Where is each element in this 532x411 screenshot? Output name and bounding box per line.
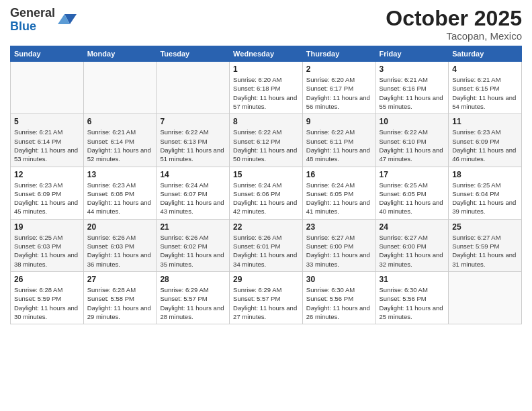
sunset-info: Sunset: 6:05 PM: [306, 190, 353, 197]
day-number: 11: [452, 117, 518, 126]
day-info: Sunrise: 6:25 AMSunset: 6:04 PMDaylight:…: [452, 181, 518, 216]
sunset-info: Sunset: 6:18 PM: [233, 85, 280, 92]
sunrise-info: Sunrise: 6:23 AM: [87, 181, 136, 189]
sunrise-info: Sunrise: 6:22 AM: [160, 128, 208, 136]
day-cell-18: 18Sunrise: 6:25 AMSunset: 6:04 PMDayligh…: [449, 167, 522, 219]
day-cell-25: 25Sunrise: 6:27 AMSunset: 5:59 PMDayligh…: [449, 219, 522, 271]
day-cell-29: 29Sunrise: 6:29 AMSunset: 5:57 PMDayligh…: [230, 271, 303, 324]
daylight-info: Daylight: 11 hours and 34 minutes.: [233, 251, 297, 267]
day-info: Sunrise: 6:23 AMSunset: 6:09 PMDaylight:…: [452, 128, 518, 163]
day-cell-12: 12Sunrise: 6:23 AMSunset: 6:09 PMDayligh…: [11, 167, 84, 219]
day-number: 16: [306, 170, 372, 179]
daylight-info: Daylight: 11 hours and 27 minutes.: [233, 304, 297, 320]
day-cell-7: 7Sunrise: 6:22 AMSunset: 6:13 PMDaylight…: [157, 114, 230, 167]
sunrise-info: Sunrise: 6:24 AM: [233, 181, 281, 189]
day-cell-23: 23Sunrise: 6:27 AMSunset: 6:00 PMDayligh…: [302, 219, 375, 271]
month-title: October 2025: [386, 7, 522, 30]
sunrise-info: Sunrise: 6:30 AM: [380, 286, 428, 293]
daylight-info: Daylight: 11 hours and 57 minutes.: [233, 94, 297, 110]
day-info: Sunrise: 6:23 AMSunset: 6:09 PMDaylight:…: [14, 181, 80, 216]
sunset-info: Sunset: 6:12 PM: [233, 138, 280, 145]
sunset-info: Sunset: 6:08 PM: [87, 190, 134, 197]
daylight-info: Daylight: 11 hours and 52 minutes.: [87, 146, 151, 163]
day-info: Sunrise: 6:22 AMSunset: 6:11 PMDaylight:…: [306, 128, 372, 163]
logo: General Blue: [10, 7, 77, 34]
day-number: 9: [306, 117, 372, 126]
sunset-info: Sunset: 6:09 PM: [452, 138, 499, 145]
day-header-wednesday: Wednesday: [230, 46, 303, 62]
sunrise-info: Sunrise: 6:27 AM: [452, 234, 500, 241]
day-number: 8: [233, 117, 299, 126]
daylight-info: Daylight: 11 hours and 51 minutes.: [160, 146, 224, 163]
sunset-info: Sunset: 6:00 PM: [380, 242, 427, 250]
header-row: SundayMondayTuesdayWednesdayThursdayFrid…: [11, 46, 522, 62]
sunrise-info: Sunrise: 6:21 AM: [380, 76, 428, 83]
day-number: 3: [380, 64, 445, 74]
sunrise-info: Sunrise: 6:29 AM: [160, 286, 208, 293]
day-cell-2: 2Sunrise: 6:20 AMSunset: 6:17 PMDaylight…: [302, 62, 375, 114]
day-info: Sunrise: 6:21 AMSunset: 6:14 PMDaylight:…: [87, 128, 153, 163]
day-cell-10: 10Sunrise: 6:22 AMSunset: 6:10 PMDayligh…: [375, 114, 449, 167]
page: General Blue October 2025 Tacopan, Mexic…: [0, 0, 532, 411]
sunset-info: Sunset: 6:05 PM: [380, 190, 427, 197]
day-number: 20: [87, 222, 153, 232]
day-cell-9: 9Sunrise: 6:22 AMSunset: 6:11 PMDaylight…: [302, 114, 375, 167]
sunset-info: Sunset: 6:16 PM: [380, 85, 427, 92]
day-info: Sunrise: 6:28 AMSunset: 5:59 PMDaylight:…: [14, 285, 80, 321]
day-cell-3: 3Sunrise: 6:21 AMSunset: 6:16 PMDaylight…: [375, 62, 449, 114]
day-info: Sunrise: 6:21 AMSunset: 6:14 PMDaylight:…: [14, 128, 80, 163]
sunrise-info: Sunrise: 6:27 AM: [380, 234, 428, 241]
week-row-5: 26Sunrise: 6:28 AMSunset: 5:59 PMDayligh…: [11, 271, 522, 324]
sunset-info: Sunset: 5:59 PM: [14, 295, 61, 302]
day-info: Sunrise: 6:21 AMSunset: 6:15 PMDaylight:…: [452, 75, 518, 111]
day-number: 23: [306, 222, 372, 232]
sunset-info: Sunset: 5:57 PM: [233, 295, 280, 302]
day-number: 1: [233, 64, 299, 74]
empty-cell: [157, 62, 230, 114]
day-info: Sunrise: 6:24 AMSunset: 6:07 PMDaylight:…: [160, 181, 226, 216]
sunrise-info: Sunrise: 6:26 AM: [160, 234, 208, 241]
sunrise-info: Sunrise: 6:22 AM: [233, 128, 281, 136]
sunrise-info: Sunrise: 6:23 AM: [452, 128, 500, 136]
day-number: 29: [233, 275, 299, 284]
daylight-info: Daylight: 11 hours and 54 minutes.: [452, 94, 516, 110]
sunrise-info: Sunrise: 6:27 AM: [306, 234, 355, 241]
daylight-info: Daylight: 11 hours and 32 minutes.: [380, 251, 443, 267]
day-info: Sunrise: 6:25 AMSunset: 6:05 PMDaylight:…: [380, 181, 445, 216]
day-cell-21: 21Sunrise: 6:26 AMSunset: 6:02 PMDayligh…: [157, 219, 230, 271]
day-info: Sunrise: 6:24 AMSunset: 6:06 PMDaylight:…: [233, 181, 299, 216]
day-number: 4: [452, 64, 518, 74]
day-cell-15: 15Sunrise: 6:24 AMSunset: 6:06 PMDayligh…: [230, 167, 303, 219]
week-row-4: 19Sunrise: 6:25 AMSunset: 6:03 PMDayligh…: [11, 219, 522, 271]
day-header-thursday: Thursday: [302, 46, 375, 62]
day-info: Sunrise: 6:30 AMSunset: 5:56 PMDaylight:…: [380, 285, 445, 321]
sunrise-info: Sunrise: 6:24 AM: [306, 181, 355, 189]
daylight-info: Daylight: 11 hours and 36 minutes.: [87, 251, 151, 267]
daylight-info: Daylight: 11 hours and 30 minutes.: [14, 304, 78, 320]
day-info: Sunrise: 6:24 AMSunset: 6:05 PMDaylight:…: [306, 181, 372, 216]
day-info: Sunrise: 6:22 AMSunset: 6:12 PMDaylight:…: [233, 128, 299, 163]
day-info: Sunrise: 6:29 AMSunset: 5:57 PMDaylight:…: [160, 285, 226, 321]
daylight-info: Daylight: 11 hours and 29 minutes.: [87, 304, 151, 320]
day-header-monday: Monday: [83, 46, 157, 62]
daylight-info: Daylight: 11 hours and 25 minutes.: [380, 304, 443, 320]
sunrise-info: Sunrise: 6:30 AM: [306, 286, 355, 293]
daylight-info: Daylight: 11 hours and 45 minutes.: [14, 199, 78, 215]
day-number: 27: [87, 275, 153, 284]
day-number: 31: [380, 275, 445, 284]
sunrise-info: Sunrise: 6:25 AM: [380, 181, 428, 189]
calendar: SundayMondayTuesdayWednesdayThursdayFrid…: [10, 46, 522, 324]
sunset-info: Sunset: 5:59 PM: [452, 242, 499, 250]
day-info: Sunrise: 6:27 AMSunset: 6:00 PMDaylight:…: [306, 233, 372, 269]
day-header-tuesday: Tuesday: [157, 46, 230, 62]
day-number: 17: [380, 170, 445, 179]
day-number: 28: [160, 275, 226, 284]
sunrise-info: Sunrise: 6:24 AM: [160, 181, 208, 189]
day-cell-27: 27Sunrise: 6:28 AMSunset: 5:58 PMDayligh…: [83, 271, 157, 324]
day-number: 19: [14, 222, 80, 232]
day-number: 6: [87, 117, 153, 126]
sunrise-info: Sunrise: 6:28 AM: [87, 286, 136, 293]
daylight-info: Daylight: 11 hours and 55 minutes.: [380, 94, 443, 110]
day-info: Sunrise: 6:20 AMSunset: 6:17 PMDaylight:…: [306, 75, 372, 111]
sunset-info: Sunset: 6:07 PM: [160, 190, 207, 197]
